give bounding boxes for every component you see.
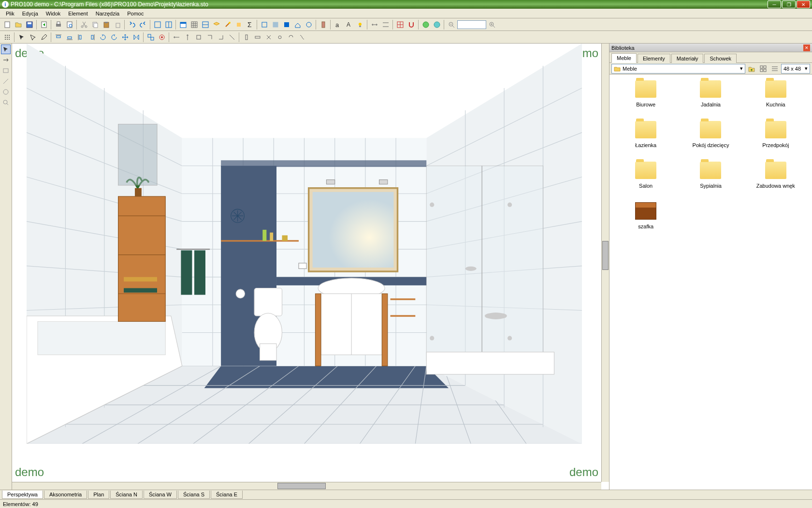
close-button[interactable]: ✕ [797, 0, 810, 8]
tool-arrow-icon[interactable] [1, 55, 11, 65]
library-item-biurowe[interactable]: Biurowe [615, 80, 676, 107]
measure2-icon[interactable] [182, 32, 193, 43]
tab-plan[interactable]: Plan [88, 491, 109, 499]
dim1-icon[interactable] [369, 19, 380, 30]
rotate1-icon[interactable] [98, 32, 108, 43]
door-icon[interactable] [318, 19, 329, 30]
layer-icon[interactable] [211, 19, 222, 30]
measure6-icon[interactable] [227, 32, 237, 43]
pointer-icon[interactable] [28, 32, 38, 43]
tab-aksonometria[interactable]: Aksonometria [44, 491, 87, 499]
sum-icon[interactable]: Σ [245, 19, 255, 30]
library-item-łazienka[interactable]: Łazienka [615, 121, 676, 148]
move-icon[interactable] [120, 32, 130, 43]
tab-sciana-n[interactable]: Ściana N [110, 491, 143, 499]
mirror-h-icon[interactable] [131, 32, 142, 43]
snap-grid-icon[interactable] [2, 32, 13, 43]
select-icon[interactable] [16, 32, 27, 43]
new-icon[interactable] [2, 19, 13, 30]
menu-narzedzia[interactable]: Narzędzia [92, 10, 124, 17]
drill3-icon[interactable] [263, 32, 274, 43]
viewport-3d[interactable]: demo demo demo demo [12, 44, 609, 490]
menu-pomoc[interactable]: Pomoc [123, 10, 147, 17]
shape2-icon[interactable] [270, 19, 281, 30]
library-item-jadalnia[interactable]: Jadalnia [680, 80, 741, 107]
drill5-icon[interactable] [286, 32, 296, 43]
cut-icon[interactable] [79, 19, 89, 30]
library-item-szafka[interactable]: szafka [615, 202, 676, 229]
globe1-icon[interactable] [420, 19, 431, 30]
tab-elementy[interactable]: Elementy [638, 54, 670, 63]
library-close-button[interactable]: ✕ [803, 45, 810, 51]
scrollbar-horizontal[interactable] [12, 482, 601, 490]
measure1-icon[interactable] [171, 32, 182, 43]
zoom-out-icon[interactable] [446, 19, 457, 30]
shape5-icon[interactable] [304, 19, 314, 30]
measure3-icon[interactable] [193, 32, 204, 43]
drill1-icon[interactable] [241, 32, 252, 43]
target-icon[interactable] [157, 32, 167, 43]
align4-icon[interactable] [87, 32, 97, 43]
text-a-icon[interactable]: a [333, 19, 343, 30]
grid2-icon[interactable] [395, 19, 406, 30]
calendar-icon[interactable] [178, 19, 188, 30]
light-icon[interactable] [355, 19, 365, 30]
pen-icon[interactable] [39, 32, 49, 43]
thumbnail-size-combo[interactable]: 48 x 48▾ [781, 64, 810, 74]
minimize-button[interactable]: ─ [768, 0, 781, 8]
measure5-icon[interactable] [216, 32, 226, 43]
menu-edycja[interactable]: Edycja [18, 10, 42, 17]
shape1-icon[interactable] [259, 19, 270, 30]
tab-sciana-w[interactable]: Ściana W [144, 491, 177, 499]
maximize-button[interactable]: ❐ [782, 0, 796, 8]
undo-icon[interactable] [127, 19, 137, 30]
zoom-in-icon[interactable] [487, 19, 497, 30]
library-item-sypialnia[interactable]: Sypialnia [680, 162, 741, 189]
menu-element[interactable]: Element [64, 10, 91, 17]
library-item-zabudowa-wnęk[interactable]: Zabudowa wnęk [745, 162, 806, 189]
prop-icon[interactable] [200, 19, 211, 30]
paste-icon[interactable] [101, 19, 112, 30]
drill2-icon[interactable] [252, 32, 263, 43]
library-path-combo[interactable]: Meble ▾ [611, 64, 745, 74]
drill4-icon[interactable] [275, 32, 285, 43]
tab-perspektywa[interactable]: Perspektywa [2, 491, 43, 499]
align2-icon[interactable] [64, 32, 75, 43]
rotate2-icon[interactable] [109, 32, 119, 43]
open-icon[interactable] [13, 19, 24, 30]
tool1-icon[interactable] [233, 19, 244, 30]
dim2-icon[interactable] [380, 19, 391, 30]
copy-icon[interactable] [90, 19, 101, 30]
print-icon[interactable] [53, 19, 64, 30]
drill6-icon[interactable] [297, 32, 307, 43]
measure4-icon[interactable] [204, 32, 215, 43]
tool-rect-icon[interactable] [1, 66, 11, 75]
print-preview-icon[interactable] [64, 19, 75, 30]
align3-icon[interactable] [75, 32, 86, 43]
tab-schowek[interactable]: Schowek [704, 54, 737, 63]
zoom-input[interactable] [457, 20, 486, 29]
text-A-icon[interactable]: A [344, 19, 354, 30]
view1-icon[interactable] [152, 19, 163, 30]
tab-materialy[interactable]: Materiały [671, 54, 704, 63]
scrollbar-vertical[interactable] [601, 44, 609, 482]
tab-meble[interactable]: Meble [611, 53, 637, 63]
view-list-icon[interactable] [769, 63, 780, 74]
library-item-kuchnia[interactable]: Kuchnia [745, 80, 806, 107]
group-icon[interactable] [145, 32, 156, 43]
up-folder-icon[interactable] [746, 63, 757, 74]
tool-line-icon[interactable] [1, 76, 11, 86]
globe2-icon[interactable] [432, 19, 442, 30]
grid-icon[interactable] [189, 19, 200, 30]
save-icon[interactable] [24, 19, 35, 30]
library-item-salon[interactable]: Salon [615, 162, 676, 189]
magnet-icon[interactable] [406, 19, 417, 30]
view2-icon[interactable] [163, 19, 174, 30]
library-item-pokój-dziecięcy[interactable]: Pokój dziecięcy [680, 121, 741, 148]
redo-icon[interactable] [138, 19, 148, 30]
menu-plik[interactable]: Plik [2, 10, 18, 17]
view-icons-icon[interactable] [758, 63, 768, 74]
wand-icon[interactable] [222, 19, 233, 30]
tool-zoom-icon[interactable] [1, 98, 11, 107]
tab-sciana-e[interactable]: Ściana E [211, 491, 243, 499]
